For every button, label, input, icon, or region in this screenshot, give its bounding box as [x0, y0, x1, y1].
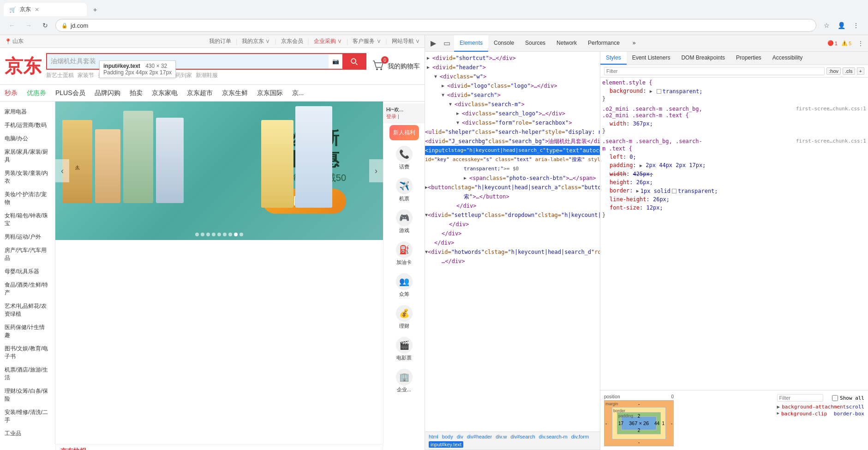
filter-plus-button[interactable]: + — [857, 67, 864, 75]
topbar-enterprise[interactable]: 企业采购 ∨ — [314, 37, 342, 45]
tree-line-search[interactable]: ▼ <div id= "search" > — [425, 90, 600, 100]
forward-button[interactable]: → — [22, 19, 35, 32]
nav-flash-sale[interactable]: 秒杀 — [5, 89, 18, 97]
sidebar-item-art[interactable]: 艺术/礼品鲜花/农资绿植 — [0, 300, 55, 321]
show-all-label[interactable]: Show all — [832, 394, 864, 402]
banner-prev-button[interactable]: ‹ — [55, 159, 69, 182]
rule2-source[interactable]: first-scree…chunk.css:1 — [796, 138, 866, 145]
breadcrumb-search-m[interactable]: div.search-m — [539, 434, 568, 439]
sidebar-item-food[interactable]: 食品/酒类/生鲜/特产 — [0, 278, 55, 300]
sidebar-item-phone[interactable]: 手机/运营商/数码 — [0, 119, 55, 132]
tab-performance[interactable]: Performance — [582, 35, 625, 52]
browser-tab[interactable]: 🛒 京东 ✕ — [4, 3, 87, 16]
tree-line-photo-btn[interactable]: ▶ <span class= "photo-search-btn" >…</sp… — [425, 174, 600, 183]
tab-sources[interactable]: Sources — [520, 35, 551, 52]
devtools-inspect-button[interactable]: ▶ — [427, 39, 440, 48]
breadcrumb-form[interactable]: div.form — [571, 434, 589, 439]
banner-dot-4[interactable] — [212, 233, 216, 236]
right-sidebar-gas[interactable]: ⛽ 加油卡 — [383, 238, 425, 270]
tree-line-searchbg[interactable]: <div id= "J_searchbg" class= "search_bg"… — [425, 137, 600, 146]
bookmark-button[interactable]: ☆ — [820, 19, 833, 32]
filter-cls-button[interactable]: .cls — [843, 67, 855, 75]
sidebar-item-industrial[interactable]: 工业品 — [0, 427, 55, 440]
tree-line-settleup[interactable]: ▼ <div id= "settleup" class= "dropdown" … — [425, 210, 600, 220]
expand-arrow[interactable]: ▶ — [442, 82, 447, 90]
new-tab-button[interactable]: + — [89, 3, 102, 16]
right-sidebar-movie[interactable]: 🎬 电影票 — [383, 333, 425, 365]
tree-line-input-cont[interactable]: id="key" accesskey="s" class="text" aria… — [425, 155, 600, 164]
banner-dot-1[interactable] — [195, 233, 199, 236]
nav-coupon[interactable]: 优惠券 — [27, 89, 46, 97]
subtab-properties[interactable]: Properties — [730, 52, 767, 65]
reload-button[interactable]: ↻ — [39, 19, 52, 32]
location[interactable]: 📍 山东 — [5, 37, 24, 45]
sidebar-item-clothing[interactable]: 男装/女装/童装/内衣 — [0, 167, 55, 188]
banner-dot-2[interactable] — [201, 233, 204, 236]
breadcrumb-input[interactable]: input#key.text — [429, 441, 463, 448]
tree-line-search-logo[interactable]: ▶ <div class= "search_logo" >…</div> — [425, 109, 600, 118]
tab-network[interactable]: Network — [551, 35, 582, 52]
tree-line-input-selected[interactable]: <input clstag="h|keycount|head|search_c"… — [425, 146, 600, 155]
nav-auction[interactable]: 拍卖 — [130, 89, 143, 97]
right-sidebar-enterprise[interactable]: 🏢 企业... — [383, 365, 425, 397]
hint-1[interactable]: 新艺士蛋糕 — [46, 72, 74, 79]
tree-line-form-close[interactable]: </div> — [425, 201, 600, 210]
sidebar-item-medical[interactable]: 医药保健/计生情趣 — [0, 321, 55, 342]
address-bar[interactable]: 🔒 jd.com — [55, 19, 816, 32]
styles-filter-input[interactable] — [604, 67, 825, 75]
breadcrumb-html[interactable]: html — [429, 434, 438, 439]
tab-console[interactable]: Console — [488, 35, 520, 52]
tree-line-searchm-close[interactable]: </div> — [425, 220, 600, 229]
banner-dot-5[interactable] — [217, 233, 221, 236]
show-all-checkbox[interactable] — [832, 395, 838, 401]
hint-2[interactable]: 家装节 — [78, 72, 94, 79]
topbar-site-nav[interactable]: 网站导航 ∨ — [392, 37, 420, 45]
nav-jd-appliance[interactable]: 京东家电 — [152, 89, 178, 97]
tab-more[interactable]: » — [627, 35, 641, 52]
tree-line-hotwords[interactable]: ▼ <div id= "hotwords" clstag= "h|keycoun… — [425, 247, 600, 257]
expand-arrow[interactable]: ▼ — [456, 119, 462, 127]
expand-arrow[interactable]: ▼ — [434, 72, 440, 81]
devtools-settings-button[interactable]: ⋮ — [855, 38, 866, 49]
sidebar-item-property[interactable]: 房产/汽车/汽车用品 — [0, 244, 55, 265]
nav-plus[interactable]: PLUS会员 — [55, 89, 85, 97]
tree-line-header[interactable]: ▶ <div id= "header" > — [425, 63, 600, 72]
search-input[interactable] — [47, 54, 329, 69]
warn-badge[interactable]: ⚠️ 5 — [841, 40, 851, 46]
back-button[interactable]: ← — [6, 19, 18, 32]
filter-hov-button[interactable]: :hov — [826, 67, 841, 75]
sidebar-item-home[interactable]: 家居/家具/家装/厨具 — [0, 145, 55, 167]
nav-jd-fresh[interactable]: 京东生鲜 — [222, 89, 248, 97]
rule1-source[interactable]: first-scree…chunk.css:1 — [796, 106, 866, 112]
expand-arrow[interactable]: ▶ — [456, 109, 462, 118]
breadcrumb-search[interactable]: div#search — [510, 434, 535, 439]
sidebar-item-shoes[interactable]: 女鞋/箱包/钟表/珠宝 — [0, 209, 55, 230]
tree-line-transparent[interactable]: transparent;" >= $0 — [425, 164, 600, 174]
banner-dot-3[interactable] — [206, 233, 210, 236]
sidebar-item-finance[interactable]: 理财/众筹/白条/保险 — [0, 384, 55, 406]
prop-expand-icon2[interactable]: ▶ — [777, 411, 779, 417]
tab-elements[interactable]: Elements — [454, 35, 488, 52]
devtools-device-button[interactable]: ▭ — [440, 39, 454, 48]
tree-line-search-m[interactable]: ▼ <div class= "search-m" > — [425, 100, 600, 109]
subtab-dom-breakpoints[interactable]: DOM Breakpoints — [676, 52, 730, 65]
sidebar-item-service[interactable]: 安装/维修/清洗/二手 — [0, 406, 55, 427]
breadcrumb-body[interactable]: body — [442, 434, 453, 439]
tree-line-shelper[interactable]: <ul id= "shelper" class= "search-helper"… — [425, 127, 600, 137]
expand-arrow[interactable]: ▶ — [464, 174, 469, 182]
cart-area[interactable]: 0 我的购物车 — [371, 59, 420, 73]
tree-line-w-close[interactable]: </div> — [425, 238, 600, 247]
topbar-my-order[interactable]: 我的订单 — [209, 37, 231, 45]
sidebar-item-books[interactable]: 图书/文娱/教育/电子书 — [0, 342, 55, 363]
sidebar-item-beauty[interactable]: 美妆/个护清洁/宠物 — [0, 188, 55, 209]
search-button[interactable] — [342, 54, 365, 69]
sidebar-item-baby[interactable]: 母婴/玩具乐器 — [0, 265, 55, 278]
sidebar-item-appliance[interactable]: 家用电器 — [0, 105, 55, 119]
expand-arrow[interactable]: ▶ — [427, 63, 432, 72]
tree-line-hotwords-close[interactable]: …</div> — [425, 257, 600, 266]
extensions-button[interactable]: ⋮ — [850, 19, 862, 32]
computed-filter-input[interactable] — [777, 394, 823, 402]
breadcrumb-div[interactable]: div — [457, 434, 463, 439]
nav-jd-supermart[interactable]: 京东超市 — [187, 89, 213, 97]
jd-logo[interactable]: 京东 — [5, 52, 42, 81]
